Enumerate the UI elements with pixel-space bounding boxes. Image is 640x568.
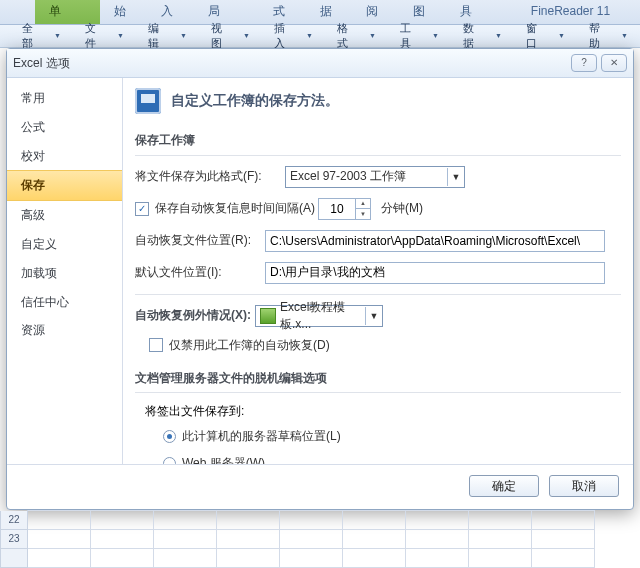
menu-format[interactable]: 格式▼: [325, 17, 388, 48]
menu-insert[interactable]: 插入▼: [262, 17, 325, 48]
menu-tools[interactable]: 工具▼: [388, 17, 451, 48]
menu-edit[interactable]: 编辑▼: [136, 17, 199, 48]
classic-menubar: 全部▼ 文件▼ 编辑▼ 视图▼ 插入▼ 格式▼ 工具▼ 数据▼ 窗口▼ 帮助▼: [0, 25, 640, 48]
menu-window[interactable]: 窗口▼: [514, 17, 577, 48]
menu-file[interactable]: 文件▼: [73, 17, 136, 48]
menu-data[interactable]: 数据▼: [451, 17, 514, 48]
menu-view[interactable]: 视图▼: [199, 17, 262, 48]
menu-help[interactable]: 帮助▼: [577, 17, 640, 48]
menu-all[interactable]: 全部▼: [10, 17, 73, 48]
